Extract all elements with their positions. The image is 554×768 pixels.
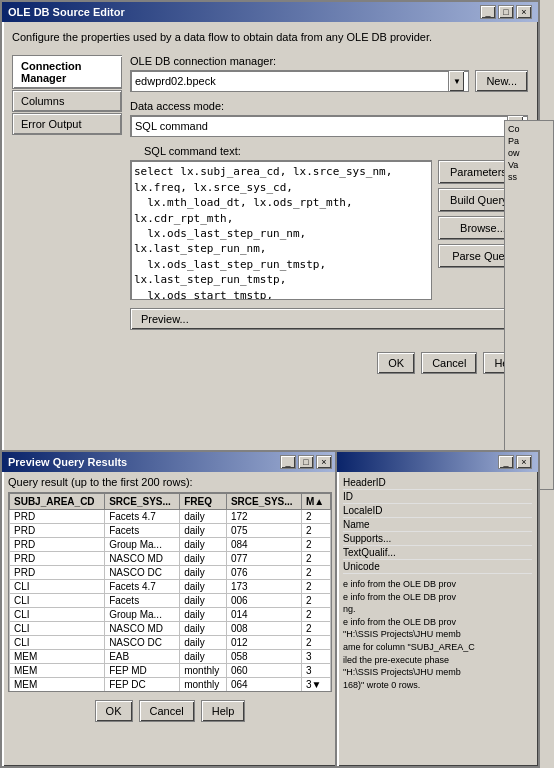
sidebar-item-connection-manager[interactable]: Connection Manager — [12, 55, 122, 89]
table-cell: 075 — [226, 524, 301, 538]
table-cell: PRD — [10, 524, 105, 538]
table-cell: 006 — [226, 594, 301, 608]
results-table-wrapper[interactable]: SUBJ_AREA_CD SRCE_SYS... FREQ SRCE_SYS..… — [8, 492, 332, 692]
table-row: PRDGroup Ma...daily0842 — [10, 538, 331, 552]
table-cell: 3▼ — [302, 678, 331, 692]
data-access-mode-select[interactable]: SQL command ▼ — [130, 115, 528, 137]
data-access-mode-value: SQL command — [135, 120, 208, 132]
table-cell: 064 — [226, 678, 301, 692]
right-panel: OLE DB connection manager: edwprd02.bpec… — [130, 55, 528, 330]
main-window-content: Configure the properties used by a data … — [2, 22, 538, 338]
description-text: Configure the properties used by a data … — [12, 30, 528, 45]
right-panel-item: ow — [507, 147, 551, 159]
table-cell: daily — [180, 510, 227, 524]
table-cell: daily — [180, 566, 227, 580]
ok-button[interactable]: OK — [377, 352, 415, 374]
data-access-mode-label: Data access mode: — [130, 100, 528, 112]
table-cell: 076 — [226, 566, 301, 580]
msg-minimize-button[interactable]: _ — [498, 455, 514, 469]
table-cell: NASCO MD — [105, 622, 180, 636]
table-row: PRDNASCO DCdaily0762 — [10, 566, 331, 580]
log-message: iled the pre-execute phase — [343, 654, 532, 667]
table-cell: NASCO DC — [105, 566, 180, 580]
table-cell: CLI — [10, 608, 105, 622]
preview-help-button[interactable]: Help — [201, 700, 246, 722]
main-footer: OK Cancel Help — [2, 344, 538, 382]
table-cell: 008 — [226, 622, 301, 636]
preview-title-bar: Preview Query Results _ □ × — [2, 452, 338, 472]
preview-button[interactable]: Preview... — [130, 308, 528, 330]
table-cell: 2 — [302, 580, 331, 594]
table-cell: daily — [180, 636, 227, 650]
col-header-srce-sys2[interactable]: SRCE_SYS... — [226, 494, 301, 510]
table-cell: daily — [180, 552, 227, 566]
connection-manager-arrow[interactable]: ▼ — [448, 71, 464, 91]
table-row: PRDFacets 4.7daily1722 — [10, 510, 331, 524]
message-item: Name — [343, 518, 532, 532]
log-message: e info from the OLE DB prov — [343, 616, 532, 629]
preview-ok-button[interactable]: OK — [95, 700, 133, 722]
table-cell: daily — [180, 538, 227, 552]
message-item: TextQualif... — [343, 546, 532, 560]
main-window-title: OLE DB Source Editor — [8, 6, 125, 18]
table-cell: Facets 4.7 — [105, 510, 180, 524]
table-cell: CLI — [10, 580, 105, 594]
sql-command-input[interactable] — [130, 160, 432, 300]
col-header-m[interactable]: M▲ — [302, 494, 331, 510]
table-cell: daily — [180, 594, 227, 608]
col-header-subj-area[interactable]: SUBJ_AREA_CD — [10, 494, 105, 510]
right-panel-item: ss — [507, 171, 551, 183]
preview-title-buttons: _ □ × — [280, 455, 332, 469]
table-cell: 2 — [302, 552, 331, 566]
results-table: SUBJ_AREA_CD SRCE_SYS... FREQ SRCE_SYS..… — [9, 493, 331, 692]
table-row: CLIGroup Ma...daily0142 — [10, 608, 331, 622]
table-cell: 3 — [302, 650, 331, 664]
preview-minimize-button[interactable]: _ — [280, 455, 296, 469]
col-header-freq[interactable]: FREQ — [180, 494, 227, 510]
table-row: CLIFacetsdaily0062 — [10, 594, 331, 608]
maximize-button[interactable]: □ — [498, 5, 514, 19]
table-cell: daily — [180, 608, 227, 622]
message-item: LocaleID — [343, 504, 532, 518]
cancel-button[interactable]: Cancel — [421, 352, 477, 374]
new-button[interactable]: New... — [475, 70, 528, 92]
table-cell: Facets — [105, 594, 180, 608]
preview-close-button[interactable]: × — [316, 455, 332, 469]
table-cell: FEP MD — [105, 664, 180, 678]
table-cell: Group Ma... — [105, 608, 180, 622]
log-message: "H:\SSIS Projects\JHU memb — [343, 666, 532, 679]
table-cell: NASCO MD — [105, 552, 180, 566]
preview-window-title: Preview Query Results — [8, 456, 127, 468]
col-header-srce-sys[interactable]: SRCE_SYS... — [105, 494, 180, 510]
table-cell: 2 — [302, 538, 331, 552]
table-cell: CLI — [10, 594, 105, 608]
main-window: OLE DB Source Editor _ □ × Configure the… — [0, 0, 540, 480]
message-panel: _ × HeaderID ID LocaleID Name Supports..… — [335, 450, 540, 768]
right-side-panel: Co Pa ow Va ss — [504, 120, 554, 490]
close-button[interactable]: × — [516, 5, 532, 19]
table-cell: monthly — [180, 664, 227, 678]
table-cell: daily — [180, 622, 227, 636]
preview-cancel-button[interactable]: Cancel — [139, 700, 195, 722]
sidebar-item-columns[interactable]: Columns — [12, 90, 122, 112]
message-list: HeaderID ID LocaleID Name Supports... Te… — [343, 476, 532, 574]
table-row: CLINASCO MDdaily0082 — [10, 622, 331, 636]
right-panel-item: Co — [507, 123, 551, 135]
table-row: MEMEABdaily0583 — [10, 650, 331, 664]
connection-manager-value: edwprd02.bpeck — [135, 75, 216, 87]
table-cell: 2 — [302, 636, 331, 650]
table-cell: daily — [180, 580, 227, 594]
sidebar-item-error-output[interactable]: Error Output — [12, 113, 122, 135]
log-message: "H:\SSIS Projects\JHU memb — [343, 628, 532, 641]
sql-textarea-wrapper: Parameters... Build Query... Browse... P… — [130, 160, 528, 300]
message-item: ID — [343, 490, 532, 504]
preview-description: Query result (up to the first 200 rows): — [8, 476, 332, 488]
table-cell: 3 — [302, 664, 331, 678]
table-cell: monthly — [180, 678, 227, 692]
preview-maximize-button[interactable]: □ — [298, 455, 314, 469]
connection-manager-select[interactable]: edwprd02.bpeck ▼ — [130, 70, 469, 92]
msg-close-button[interactable]: × — [516, 455, 532, 469]
table-cell: 012 — [226, 636, 301, 650]
minimize-button[interactable]: _ — [480, 5, 496, 19]
preview-btn-wrapper: Preview... — [130, 308, 528, 330]
